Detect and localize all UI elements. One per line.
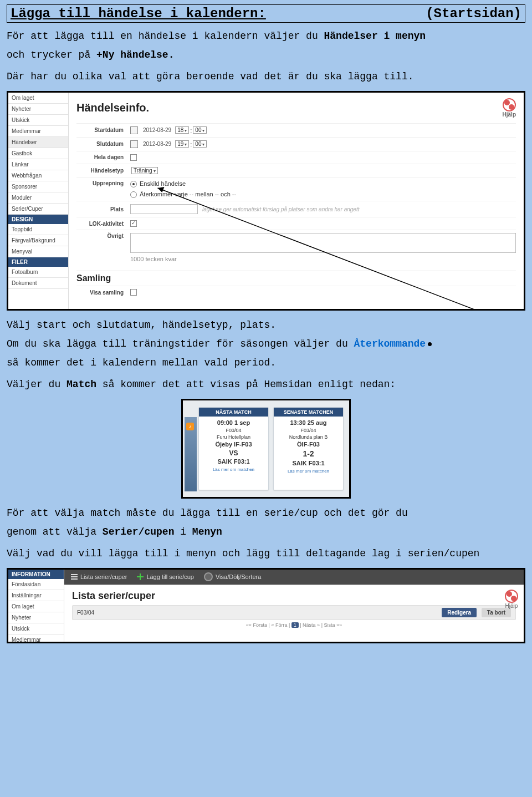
row-visasamling: Visa samling bbox=[76, 286, 516, 298]
sidebar3-item[interactable]: Inställningar bbox=[8, 590, 64, 601]
delete-button[interactable]: Ta bort bbox=[482, 608, 511, 617]
endhour-select[interactable]: 19 bbox=[175, 140, 189, 148]
upprepning-single-label: Enskild händelse bbox=[140, 180, 186, 187]
sidebar-header-design: DESIGN bbox=[8, 215, 68, 224]
sidebar-item[interactable]: Medlemmar bbox=[8, 126, 68, 137]
visasamling-checkbox[interactable] bbox=[130, 289, 137, 296]
sidebar-item[interactable]: Menyval bbox=[8, 246, 68, 257]
sidebar3-item[interactable]: Medlemmar bbox=[8, 634, 64, 643]
rss-icon[interactable]: ♪ bbox=[186, 423, 194, 430]
heladagen-checkbox[interactable] bbox=[130, 154, 137, 161]
help-button[interactable]: Hjälp bbox=[503, 98, 516, 118]
section-samling: Samling bbox=[76, 271, 516, 286]
sidebar-item[interactable]: Om laget bbox=[8, 93, 68, 104]
upprepning-recur-label: Återkommer varje -- mellan -- och -- bbox=[140, 191, 236, 197]
row-upprepning: Upprepning Enskild händelse Återkommer v… bbox=[76, 177, 516, 201]
mid-p4-a: Väljer du bbox=[7, 379, 66, 390]
sidebar3-item[interactable]: Förstasidan bbox=[8, 579, 64, 590]
sidebar-item[interactable]: Toppbild bbox=[8, 224, 68, 235]
below-p2-c: i bbox=[174, 526, 192, 537]
sidebar-item[interactable]: Nyheter bbox=[8, 104, 68, 115]
pager-last[interactable]: Sista »» bbox=[324, 622, 342, 628]
content3-title: Lista serier/cuper bbox=[72, 590, 516, 602]
sidebar-item[interactable]: Fotoalbum bbox=[8, 267, 68, 278]
calendar-icon[interactable] bbox=[130, 126, 138, 134]
sidebar-item[interactable]: Länkar bbox=[8, 159, 68, 170]
sidebar-item[interactable]: Utskick bbox=[8, 115, 68, 126]
sidebar-item[interactable]: Färgval/Bakgrund bbox=[8, 235, 68, 246]
label-plats: Plats bbox=[76, 206, 130, 212]
row-handelsetyp: Händelsetyp Träning bbox=[76, 164, 516, 177]
plats-hint: laget.se ger automatiskt förslag på plat… bbox=[202, 206, 360, 212]
mid-p2-b: Återkommande bbox=[354, 338, 432, 349]
card-head: SENASTE MATCHEN bbox=[274, 408, 343, 417]
sidebar3: INFORMATION Förstasidan Inställningar Om… bbox=[8, 570, 64, 642]
page-title-left: Lägga till händelse i kalendern: bbox=[11, 6, 266, 21]
help-icon bbox=[505, 590, 518, 603]
sidebar: Om laget Nyheter Utskick Medlemmar Hände… bbox=[8, 93, 69, 309]
below-p2-d: Menyn bbox=[192, 526, 222, 537]
intro-line2-a: och trycker på bbox=[7, 49, 96, 60]
help-label: Hjälp bbox=[503, 111, 516, 118]
gear-icon bbox=[204, 572, 213, 581]
upprepning-recur-radio[interactable] bbox=[130, 191, 137, 198]
panel-title: Händelseinfo. bbox=[76, 101, 149, 114]
last-time: 13:30 25 aug bbox=[275, 419, 342, 427]
last-venue: Nordlunda plan B bbox=[275, 434, 342, 440]
last-link[interactable]: Läs mer om matchen bbox=[275, 469, 342, 475]
intro-line1-b: Händelser i menyn bbox=[324, 31, 426, 42]
main3: Lista serier/cuper Lägg till serie/cup V… bbox=[64, 570, 524, 642]
row-plats: Plats laget.se ger automatiskt förslag p… bbox=[76, 201, 516, 217]
ovrigt-textarea[interactable] bbox=[130, 233, 516, 253]
sidebar3-item[interactable]: Utskick bbox=[8, 623, 64, 634]
startdate-value[interactable]: 2012-08-29 bbox=[140, 126, 174, 134]
mid-p2-a: Om du ska lägga till träningstider för s… bbox=[7, 338, 354, 349]
row-ovrigt: Övrigt bbox=[76, 230, 516, 256]
pager-sep: | bbox=[287, 622, 291, 628]
row-lok: LOK-aktivitet bbox=[76, 217, 516, 230]
startmin-select[interactable]: 00 bbox=[193, 126, 207, 134]
card-last-match: SENASTE MATCHEN 13:30 25 aug F03/04 Nord… bbox=[273, 407, 344, 490]
sidebar-item[interactable]: Webbfrågan bbox=[8, 170, 68, 181]
pager-next[interactable]: Nästa » bbox=[303, 622, 320, 628]
last-score: 1-2 bbox=[275, 449, 342, 459]
row-charsleft: 1000 tecken kvar bbox=[76, 256, 516, 265]
below-p3: Välj vad du vill lägga till i menyn och … bbox=[7, 547, 525, 560]
sidebar-item[interactable]: Moduler bbox=[8, 192, 68, 204]
toolbar-add[interactable]: Lägg till serie/cup bbox=[137, 573, 194, 580]
mid-p1: Välj start och slutdatum, händelsetyp, p… bbox=[7, 318, 525, 332]
page-header: Lägga till händelse i kalendern: (Starts… bbox=[7, 4, 525, 23]
help-button[interactable]: Hjälp bbox=[505, 590, 518, 609]
starthour-select[interactable]: 18 bbox=[175, 126, 189, 134]
calendar-icon[interactable] bbox=[130, 140, 138, 148]
toolbar-list[interactable]: Lista serier/cuper bbox=[71, 573, 127, 580]
next-link[interactable]: Läs mer om matchen bbox=[200, 467, 267, 473]
pager-first[interactable]: «« Första bbox=[246, 622, 267, 628]
next-time: 09:00 1 sep bbox=[200, 419, 267, 427]
pager-prev[interactable]: « Förra bbox=[271, 622, 287, 628]
label-heladagen: Hela dagen bbox=[76, 154, 130, 160]
sidebar-item[interactable]: Gästbok bbox=[8, 148, 68, 159]
serie-row: F03/04 Redigera Ta bort bbox=[72, 605, 516, 620]
sidebar-item-handelser[interactable]: Händelser bbox=[8, 137, 68, 148]
handelsetyp-select[interactable]: Träning bbox=[131, 167, 158, 174]
lok-checkbox[interactable] bbox=[130, 220, 137, 227]
last-t2: SAIK F03:1 bbox=[275, 459, 342, 468]
next-team: F03/04 bbox=[200, 427, 267, 434]
sidebar3-item[interactable]: Nyheter bbox=[8, 612, 64, 623]
sidebar-item[interactable]: Serier/Cuper bbox=[8, 204, 68, 215]
sidebar3-item[interactable]: Om laget bbox=[8, 601, 64, 612]
upprepning-single-radio[interactable] bbox=[130, 181, 137, 187]
sidebar-item[interactable]: Sponsorer bbox=[8, 181, 68, 192]
label-handelsetyp: Händelsetyp bbox=[76, 167, 130, 174]
sidebar-item[interactable]: Dokument bbox=[8, 278, 68, 289]
edit-button[interactable]: Redigera bbox=[442, 608, 477, 617]
enddate-value[interactable]: 2012-08-29 bbox=[140, 140, 174, 148]
intro-line2-b: +Ny händelse. bbox=[96, 49, 174, 60]
label-lok: LOK-aktivitet bbox=[76, 221, 130, 227]
endmin-select[interactable]: 00 bbox=[193, 140, 207, 148]
sidebar-header-filer: FILER bbox=[8, 257, 68, 267]
toolbar-sort[interactable]: Visa/Dölj/Sortera bbox=[204, 572, 261, 581]
form-panel: Händelseinfo. Hjälp Startdatum 2012-08-2… bbox=[69, 93, 524, 309]
plats-input[interactable] bbox=[130, 204, 198, 214]
